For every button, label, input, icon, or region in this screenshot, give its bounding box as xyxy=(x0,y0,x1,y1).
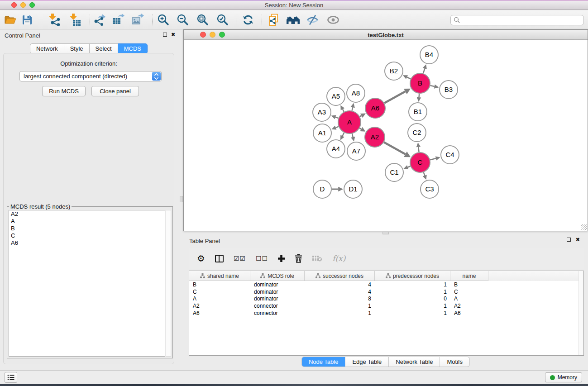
edge-B-B1[interactable] xyxy=(419,94,420,97)
table-row[interactable]: Cdominator41C xyxy=(189,288,583,295)
edge-A-A2[interactable] xyxy=(359,128,361,129)
table-cell[interactable]: A xyxy=(189,295,250,302)
refresh-view-icon[interactable] xyxy=(242,14,254,26)
mcds-result-scrollbar[interactable] xyxy=(166,210,171,357)
table-cell[interactable]: dominator xyxy=(250,281,305,288)
mcds-result-list[interactable]: A2ABCA6 xyxy=(9,210,165,357)
table-cell[interactable]: 0 xyxy=(375,295,450,302)
mcds-result-item[interactable]: B xyxy=(9,225,165,232)
mcds-result-item[interactable]: C xyxy=(9,232,165,239)
delete-columns-icon[interactable] xyxy=(295,254,302,263)
column-header-name[interactable]: name xyxy=(450,271,488,281)
table-cell[interactable]: B xyxy=(450,281,488,288)
deselect-all-checkboxes-icon[interactable]: ☐☐ xyxy=(256,255,268,262)
network-window-titlebar[interactable]: testGlobe.txt xyxy=(184,30,588,40)
zoom-in-icon[interactable] xyxy=(157,14,170,26)
column-header-successor-nodes[interactable]: successor nodes xyxy=(305,271,375,281)
table-float-panel-icon[interactable] xyxy=(567,238,571,243)
table-row[interactable]: A2connector11A2 xyxy=(189,302,583,310)
import-table-icon[interactable] xyxy=(69,14,81,26)
mcds-result-item[interactable]: A2 xyxy=(9,210,165,218)
table-cell[interactable]: A2 xyxy=(189,303,250,309)
table-cell[interactable]: 1 xyxy=(375,310,450,316)
zoom-selected-icon[interactable] xyxy=(216,14,229,26)
new-network-from-selection-icon[interactable] xyxy=(268,14,280,26)
table-cell[interactable]: B xyxy=(189,281,250,288)
export-table-icon[interactable] xyxy=(112,14,124,26)
home-icon[interactable] xyxy=(286,15,301,25)
edge-A-A7[interactable] xyxy=(352,133,353,137)
table-cell[interactable]: dominator xyxy=(250,289,305,295)
vertical-splitter-handle[interactable] xyxy=(180,196,183,202)
table-row[interactable]: A6connector11A6 xyxy=(189,310,583,317)
table-row[interactable]: Adominator80A xyxy=(189,295,583,302)
table-cell[interactable]: 1 xyxy=(305,310,375,316)
edge-C-C3[interactable] xyxy=(424,172,425,176)
table-cell[interactable]: 8 xyxy=(305,295,375,302)
task-history-button[interactable] xyxy=(5,372,17,383)
tab-node-table[interactable]: Node Table xyxy=(301,357,346,367)
column-header-predecessor-nodes[interactable]: predecessor nodes xyxy=(375,271,450,281)
export-network-icon[interactable] xyxy=(93,14,105,26)
table-cell[interactable]: A2 xyxy=(450,303,488,309)
export-image-icon[interactable] xyxy=(131,14,144,26)
add-column-icon[interactable] xyxy=(278,255,285,262)
table-cell[interactable]: C xyxy=(450,289,488,295)
table-cell[interactable]: connector xyxy=(250,303,305,309)
table-cell[interactable]: A6 xyxy=(450,310,488,316)
table-cell[interactable]: A6 xyxy=(189,310,250,316)
edge-A-A3[interactable] xyxy=(335,117,338,118)
mcds-result-item[interactable]: A6 xyxy=(9,239,165,247)
table-cell[interactable]: 1 xyxy=(375,303,450,309)
edge-B-B4[interactable] xyxy=(423,68,425,73)
table-cell[interactable]: A xyxy=(450,295,488,302)
edge-A-A1[interactable] xyxy=(336,127,339,128)
table-cell[interactable]: 1 xyxy=(375,281,450,288)
import-network-icon[interactable] xyxy=(48,14,61,26)
edge-A-A4[interactable] xyxy=(343,133,344,136)
edge-C-C1[interactable] xyxy=(408,166,411,167)
table-scrollbar[interactable] xyxy=(578,271,583,355)
mcds-result-item[interactable]: A xyxy=(9,218,165,225)
zoom-out-icon[interactable] xyxy=(177,14,189,26)
select-all-checkboxes-icon[interactable]: ☑☑ xyxy=(234,255,246,262)
zoom-fit-content-icon[interactable] xyxy=(196,14,209,26)
table-row[interactable]: Bdominator41B xyxy=(189,281,583,288)
edge-C-C4[interactable] xyxy=(430,158,436,160)
settings-gear-icon[interactable]: ⚙ xyxy=(197,253,205,264)
resize-grip-icon[interactable] xyxy=(581,224,587,230)
tab-style[interactable]: Style xyxy=(64,43,90,54)
edge-A2-C[interactable] xyxy=(384,142,405,154)
criterion-dropdown[interactable]: largest connected component (directed) xyxy=(19,71,162,81)
table-cell[interactable]: connector xyxy=(250,310,305,316)
tab-mcds[interactable]: MCDS xyxy=(118,43,148,54)
network-canvas[interactable]: B4B2BB3A8A5A6A3B1AA1C2A2A4A7C4CC1C3DD1 xyxy=(184,40,588,231)
edge-A6-B[interactable] xyxy=(384,91,405,103)
hide-unselected-icon[interactable] xyxy=(306,14,320,25)
column-header-shared-name[interactable]: shared name xyxy=(189,271,250,281)
tab-network[interactable]: Network xyxy=(30,43,64,54)
table-cell[interactable]: 1 xyxy=(305,303,375,309)
tab-edge-table[interactable]: Edge Table xyxy=(345,357,389,367)
run-mcds-button[interactable]: Run MCDS xyxy=(42,86,86,96)
close-panel-icon[interactable]: ✖ xyxy=(171,32,175,37)
save-session-icon[interactable] xyxy=(22,14,33,25)
edge-B-B2[interactable] xyxy=(407,77,411,79)
tab-select[interactable]: Select xyxy=(90,43,118,54)
node-table[interactable]: shared nameMCDS rolesuccessor nodesprede… xyxy=(189,271,584,356)
show-all-icon[interactable] xyxy=(326,14,340,25)
table-cell[interactable]: 1 xyxy=(375,289,450,295)
float-panel-icon[interactable] xyxy=(163,33,167,38)
table-close-panel-icon[interactable]: ✖ xyxy=(576,237,580,242)
table-cell[interactable]: dominator xyxy=(250,295,305,302)
column-header-mcds-role[interactable]: MCDS role xyxy=(250,271,305,281)
toggle-column-view-icon[interactable] xyxy=(215,255,224,262)
tab-motifs[interactable]: Motifs xyxy=(440,357,470,367)
table-cell[interactable]: 4 xyxy=(305,281,375,288)
tab-network-table[interactable]: Network Table xyxy=(389,357,440,367)
open-session-icon[interactable] xyxy=(4,14,16,25)
edge-A-A8[interactable] xyxy=(352,107,353,110)
edge-A-A6[interactable] xyxy=(360,116,362,117)
close-panel-button[interactable]: Close panel xyxy=(91,86,139,96)
table-cell[interactable]: C xyxy=(189,289,250,295)
